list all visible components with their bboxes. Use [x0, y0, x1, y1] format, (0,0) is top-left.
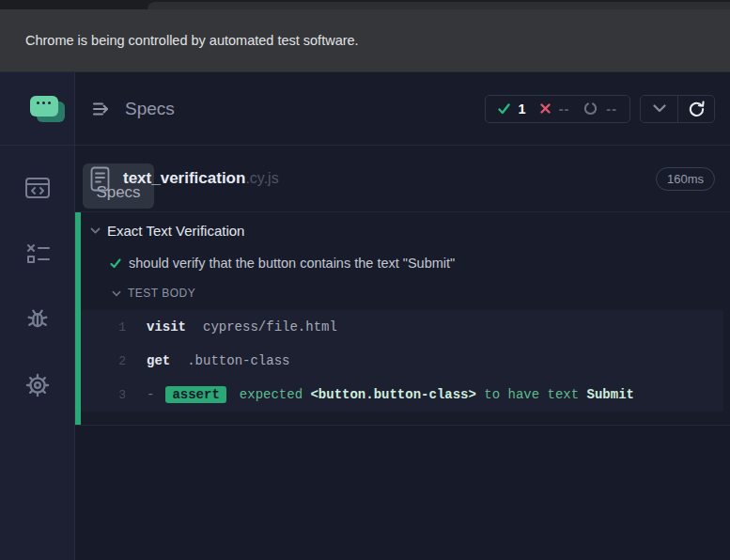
sidebar-logo-area	[0, 72, 74, 146]
bug-icon	[24, 306, 51, 333]
sidebar-item-settings[interactable]	[23, 370, 53, 400]
failed-cross-icon	[540, 103, 551, 114]
assert-badge: assert	[165, 386, 225, 403]
passed-count: 1	[519, 101, 526, 117]
command-name: visit	[147, 319, 186, 334]
command-row-get[interactable]: 2 get .button-class	[81, 344, 723, 378]
spec-file-name: text_verification	[123, 169, 245, 188]
cypress-logo-card	[30, 96, 58, 117]
chevron-down-icon	[90, 227, 101, 234]
sidebar-item-runs[interactable]	[23, 239, 53, 269]
suite-block: Exact Text Verification should verify th…	[75, 212, 730, 425]
command-number: 2	[81, 354, 126, 368]
specs-list-toggle-icon[interactable]	[92, 101, 113, 117]
command-message: .button-class	[187, 353, 289, 368]
spec-file-row[interactable]: text_verification.cy.js 160ms	[75, 146, 730, 212]
gear-icon	[24, 372, 51, 398]
test-passed-check-icon	[110, 258, 121, 269]
command-number: 1	[81, 320, 126, 334]
spec-file-icon	[90, 166, 110, 192]
test-stats[interactable]: 1 -- --	[485, 95, 630, 123]
test-row[interactable]: should verify that the button contains t…	[81, 252, 730, 274]
browser-tab[interactable]	[148, 2, 730, 9]
assert-dash: -	[147, 387, 154, 402]
assert-subject: <button.button-class>	[310, 387, 475, 402]
cypress-logo-dots	[37, 101, 51, 104]
header-button-group	[640, 95, 715, 123]
test-title: should verify that the button contains t…	[129, 256, 455, 271]
suite-header[interactable]: Exact Text Verification	[81, 218, 730, 242]
automation-banner: Chrome is being controlled by automated …	[0, 9, 730, 72]
automation-banner-text: Chrome is being controlled by automated …	[25, 33, 359, 48]
chevron-down-icon	[112, 290, 121, 297]
reporter-header: Specs 1 -- --	[75, 72, 730, 146]
sidebar-item-debug[interactable]	[23, 304, 53, 334]
command-log: 1 visit cypress/file.html 2 get .button-…	[81, 310, 723, 412]
collapse-all-button[interactable]	[641, 96, 677, 122]
assert-expected-text: Submit	[587, 387, 634, 402]
pending-restart-icon	[583, 101, 598, 116]
rerun-button[interactable]	[677, 96, 714, 122]
header-controls: 1 -- --	[485, 95, 715, 123]
reporter-empty-area	[75, 425, 730, 560]
suite-title: Exact Text Verification	[107, 223, 244, 239]
command-row-visit[interactable]: 1 visit cypress/file.html	[81, 310, 723, 344]
browser-tab-strip	[0, 0, 730, 9]
sidebar-item-specs[interactable]	[23, 173, 53, 203]
sidebar	[0, 72, 75, 560]
reporter-panel: Specs 1 -- --	[75, 72, 730, 560]
reload-icon	[689, 101, 705, 117]
test-body-toggle[interactable]: TEST BODY	[81, 284, 730, 303]
assert-part: expected	[240, 387, 303, 402]
spec-duration-badge: 160ms	[656, 167, 715, 191]
spec-file-extension: .cy.js	[245, 170, 278, 187]
code-window-icon	[24, 177, 51, 199]
command-name: get	[147, 353, 170, 368]
cypress-logo-icon[interactable]	[28, 94, 70, 130]
runs-list-icon	[24, 241, 51, 266]
command-number: 3	[81, 388, 126, 402]
failed-count: --	[559, 101, 570, 117]
pending-count: --	[606, 101, 617, 117]
chevron-down-icon	[653, 104, 666, 113]
cypress-app: Specs 1 -- --	[0, 72, 730, 560]
assert-message: expected <button.button-class> to have t…	[240, 387, 634, 402]
assert-part: to have text	[484, 387, 579, 402]
test-body-label: TEST BODY	[128, 287, 195, 300]
command-row-assert[interactable]: 3 - assert expected <button.button-class…	[81, 378, 723, 412]
page-title: Specs	[125, 99, 175, 119]
passed-check-icon	[498, 103, 510, 115]
command-message: cypress/file.html	[203, 319, 337, 334]
